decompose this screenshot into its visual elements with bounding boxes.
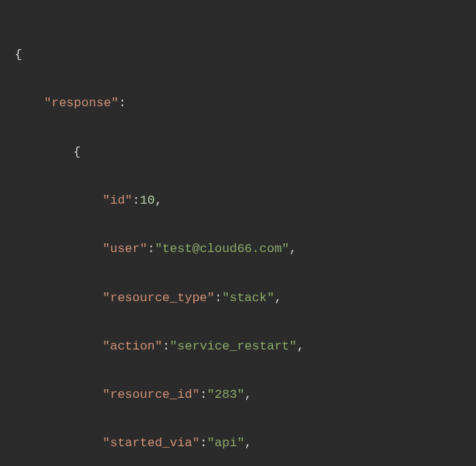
json-key-started-via: "started_via": [103, 436, 200, 450]
json-key-resource-id: "resource_id": [103, 388, 200, 402]
colon: :: [133, 193, 140, 207]
comma: ,: [245, 388, 252, 402]
code-line: "response":: [15, 91, 461, 115]
comma: ,: [275, 291, 282, 305]
json-value-started-via: "api": [207, 436, 245, 450]
code-line: "action":"service_restart",: [15, 334, 461, 358]
colon: :: [200, 388, 207, 402]
json-value-resource-type: "stack": [222, 291, 274, 305]
code-line: {: [15, 42, 461, 67]
colon: :: [215, 291, 222, 305]
comma: ,: [245, 436, 252, 450]
json-value-user: "test@cloud66.com": [155, 242, 289, 256]
json-value-id: 10: [140, 193, 155, 207]
comma: ,: [155, 193, 162, 207]
json-key-user: "user": [103, 242, 147, 256]
json-key-resource-type: "resource_type": [103, 291, 215, 305]
code-line: {: [15, 140, 461, 164]
comma: ,: [289, 242, 297, 256]
json-key-id: "id": [103, 193, 133, 207]
json-key-action: "action": [103, 339, 163, 353]
colon: :: [119, 96, 126, 110]
colon: :: [163, 339, 170, 353]
brace-open: {: [73, 145, 81, 159]
code-line: "started_via":"api",: [15, 431, 461, 455]
json-key-response: "response": [44, 96, 119, 110]
colon: :: [147, 242, 155, 256]
code-line: "resource_type":"stack",: [15, 286, 461, 310]
code-line: "user":"test@cloud66.com",: [15, 237, 461, 261]
json-value-action: "service_restart": [170, 339, 297, 353]
brace-open: {: [15, 48, 22, 62]
comma: ,: [297, 339, 304, 353]
code-line: "id":10,: [15, 188, 461, 212]
json-code-block: { "response": { "id":10, "user":"test@cl…: [15, 18, 461, 466]
colon: :: [200, 436, 207, 450]
json-value-resource-id: "283": [207, 388, 245, 402]
code-line: "resource_id":"283",: [15, 382, 461, 407]
